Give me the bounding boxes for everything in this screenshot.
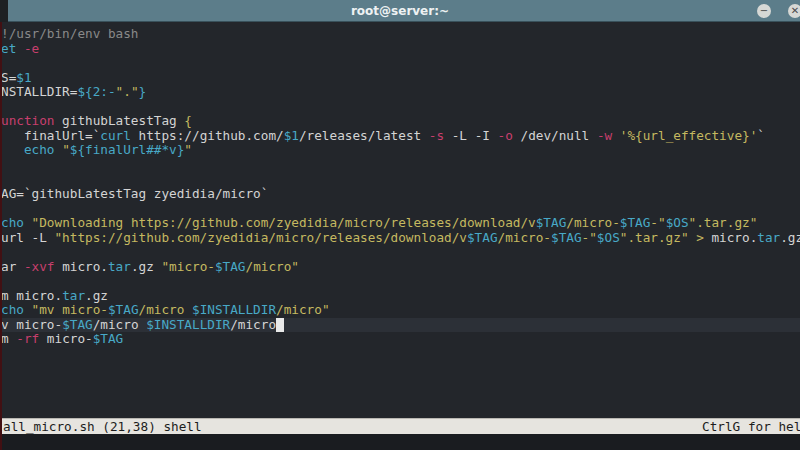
terminal-lines: #!/usr/bin/env bashset -e OS=$1INSTALLDI… (1, 27, 800, 347)
code-line: echo "${finalUrl##*v}" (1, 143, 800, 158)
window-titlebar[interactable]: root@server:~ − ✕ (0, 0, 800, 22)
code-line: function githubLatestTag { (1, 114, 800, 129)
window-title: root@server:~ (0, 0, 800, 22)
code-line: set -e (1, 42, 800, 57)
code-line: } (1, 158, 800, 173)
text-cursor (276, 318, 284, 333)
statusbar-help-hint: CtrlG for help (702, 419, 800, 434)
code-line: curl -L "https://github.com/zyedidia/mic… (1, 231, 800, 246)
code-line: tar -xvf micro.tar.gz "micro-$TAG/micro" (1, 260, 800, 275)
code-line (1, 172, 800, 187)
minimize-button-icon[interactable]: − (757, 4, 771, 18)
code-line: OS=$1 (1, 71, 800, 86)
code-line (1, 245, 800, 260)
statusbar-file-info: install_micro.sh (21,38) shell (1, 419, 202, 434)
editor-commandbar[interactable] (0, 434, 800, 450)
code-line (1, 100, 800, 115)
code-line (1, 202, 800, 217)
code-line: mv micro-$TAG/micro $INSTALLDIR/micro (1, 318, 800, 333)
desktop-screen: root@server:~ − ✕ #!/usr/bin/env bashset… (0, 0, 800, 450)
code-line: rm micro.tar.gz (1, 289, 800, 304)
code-line: TAG=`githubLatestTag zyedidia/micro` (1, 187, 800, 202)
code-line: finalUrl=`curl https://github.com/$1/rel… (1, 129, 800, 144)
code-line: #!/usr/bin/env bash (1, 27, 800, 42)
code-line: echo "Downloading https://github.com/zye… (1, 216, 800, 231)
desktop-edge-sliver (0, 22, 2, 450)
code-line: INSTALLDIR=${2:-"."} (1, 85, 800, 100)
code-line: rm -rf micro-$TAG (1, 332, 800, 347)
terminal-viewport[interactable]: #!/usr/bin/env bashset -e OS=$1INSTALLDI… (0, 22, 800, 418)
code-line: echo "mv micro-$TAG/micro $INSTALLDIR/mi… (1, 303, 800, 318)
code-line (1, 274, 800, 289)
editor-statusbar: install_micro.sh (21,38) shell CtrlG for… (0, 418, 800, 434)
close-button-icon[interactable]: ✕ (788, 4, 800, 18)
code-line (1, 56, 800, 71)
